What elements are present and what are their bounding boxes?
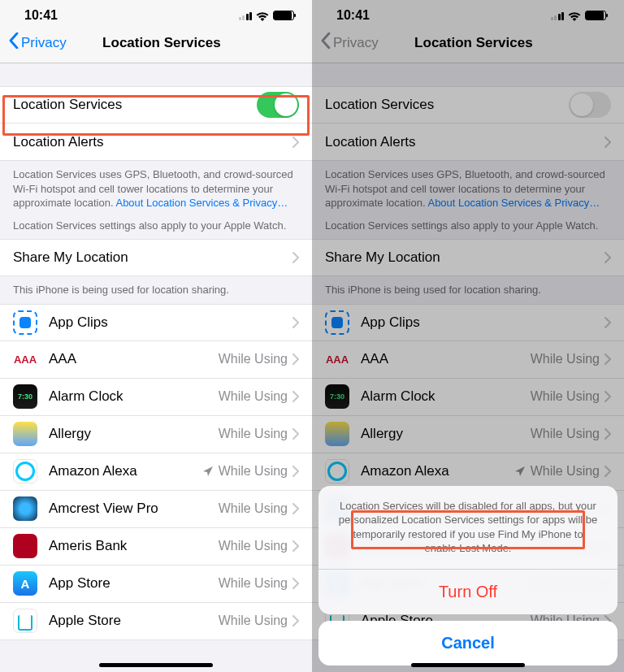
chevron-right-icon	[292, 578, 299, 589]
action-sheet: Location Services will be disabled for a…	[312, 0, 624, 672]
app-permission: While Using	[202, 464, 288, 479]
action-sheet-card: Location Services will be disabled for a…	[318, 486, 618, 614]
location-services-toggle[interactable]	[257, 92, 299, 118]
chevron-right-icon	[292, 137, 299, 148]
status-time: 10:41	[24, 8, 58, 23]
chevron-right-icon	[292, 615, 299, 626]
share-my-location-row[interactable]: Share My Location	[0, 239, 312, 276]
chevron-right-icon	[292, 540, 299, 552]
app-icon: AAA	[13, 347, 37, 371]
app-name: App Store	[49, 575, 219, 592]
footer-sharing: This iPhone is being used for location s…	[0, 276, 312, 304]
cellular-icon	[239, 11, 253, 20]
chevron-right-icon	[292, 466, 299, 477]
location-alerts-row[interactable]: Location Alerts	[0, 124, 312, 161]
app-icon	[13, 571, 37, 596]
app-permission: While Using	[219, 539, 288, 553]
cancel-button[interactable]: Cancel	[318, 621, 618, 665]
app-name: App Clips	[49, 314, 288, 331]
app-icon	[13, 459, 37, 483]
nav-title: Location Services	[20, 35, 304, 51]
app-icon	[13, 496, 37, 521]
app-icon	[13, 534, 37, 558]
action-sheet-message: Location Services will be disabled for a…	[318, 486, 618, 570]
chevron-right-icon	[292, 428, 299, 440]
battery-icon	[273, 11, 294, 20]
row-label: Location Alerts	[13, 134, 288, 150]
chevron-right-icon	[292, 353, 299, 365]
app-name: Amazon Alexa	[49, 463, 202, 479]
status-icons	[239, 11, 295, 20]
chevron-right-icon	[292, 317, 299, 328]
app-name: Apple Store	[49, 613, 219, 629]
app-icon	[13, 609, 37, 633]
status-bar: 10:41	[0, 0, 312, 26]
app-permission: While Using	[219, 427, 288, 441]
app-name: Ameris Bank	[49, 538, 219, 554]
app-icon: 7:30	[13, 384, 37, 409]
home-indicator[interactable]	[99, 663, 213, 667]
app-icon	[13, 422, 37, 446]
location-services-row[interactable]: Location Services	[0, 86, 312, 124]
app-name: AAA	[49, 351, 219, 367]
location-arrow-icon	[202, 466, 214, 477]
app-icon	[13, 310, 37, 335]
row-label: Location Services	[13, 97, 257, 113]
app-permission: While Using	[219, 576, 288, 591]
app-permission: While Using	[219, 352, 288, 366]
chevron-right-icon	[292, 252, 299, 263]
footer-info: Location Services uses GPS, Bluetooth, a…	[0, 161, 312, 239]
app-permission: While Using	[219, 389, 288, 404]
app-name: Amcrest View Pro	[49, 501, 219, 517]
app-row[interactable]: 7:30Alarm ClockWhile Using	[0, 379, 312, 416]
app-row[interactable]: App StoreWhile Using	[0, 566, 312, 603]
app-name: Allergy	[49, 426, 219, 442]
phone-left: 10:41 Privacy Location Services Location…	[0, 0, 312, 672]
app-row[interactable]: AAAAAAWhile Using	[0, 341, 312, 379]
app-row[interactable]: Apple StoreWhile Using	[0, 603, 312, 640]
phone-right: 10:41 Privacy Location Services Location…	[312, 0, 624, 672]
turn-off-button[interactable]: Turn Off	[318, 570, 618, 614]
app-row[interactable]: Amazon AlexaWhile Using	[0, 453, 312, 491]
about-privacy-link[interactable]: About Location Services & Privacy…	[115, 197, 288, 209]
app-permission: While Using	[219, 501, 288, 516]
app-row[interactable]: Ameris BankWhile Using	[0, 528, 312, 566]
chevron-right-icon	[292, 391, 299, 402]
row-label: Share My Location	[13, 249, 288, 266]
app-row[interactable]: Amcrest View ProWhile Using	[0, 491, 312, 528]
app-row[interactable]: AllergyWhile Using	[0, 416, 312, 453]
home-indicator[interactable]	[411, 663, 525, 667]
app-permission: While Using	[219, 613, 288, 628]
chevron-left-icon	[8, 33, 20, 53]
app-name: Alarm Clock	[49, 388, 219, 405]
chevron-right-icon	[292, 503, 299, 514]
nav-bar: Privacy Location Services	[0, 26, 312, 63]
app-row[interactable]: App Clips	[0, 304, 312, 341]
wifi-icon	[256, 11, 269, 20]
